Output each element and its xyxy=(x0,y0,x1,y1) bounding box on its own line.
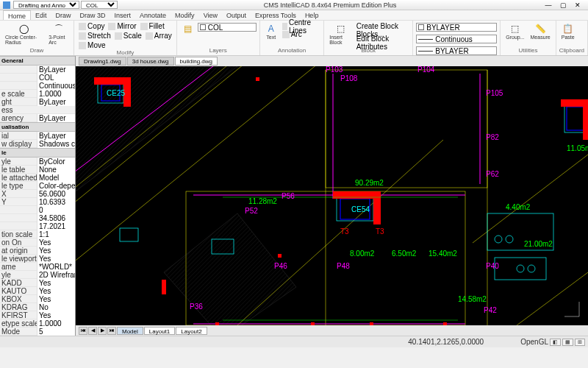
tab-nav-first[interactable]: ⏮ xyxy=(79,327,87,335)
property-row[interactable]: ialByLayer xyxy=(0,132,75,140)
doc-tab[interactable]: building.dwg xyxy=(175,57,218,66)
prop-value[interactable]: 7 xyxy=(37,336,75,336)
tab-nav-last[interactable]: ⏭ xyxy=(107,327,116,335)
tab-draw[interactable]: Draw xyxy=(51,10,76,20)
tab-home[interactable]: Home xyxy=(3,10,31,20)
property-row[interactable]: Y10.6393 xyxy=(0,198,75,206)
status-button[interactable]: ▦ xyxy=(562,339,573,346)
tab-edit[interactable]: Edit xyxy=(31,10,51,20)
prop-value[interactable]: 2D Wireframe xyxy=(37,271,75,279)
circle-button[interactable]: ◯Circle Center-Radius xyxy=(3,22,45,46)
property-row[interactable]: KBOXYes xyxy=(0,295,75,303)
prop-value[interactable]: Color-dependent print xyxy=(37,182,75,190)
lineweight-combo[interactable]: BYLAYER xyxy=(416,46,497,55)
prop-value[interactable]: No xyxy=(37,303,75,311)
tab-nav-next[interactable]: ▶ xyxy=(98,327,107,335)
prop-value[interactable]: ByLayer xyxy=(37,114,75,122)
prop-value[interactable]: 5 xyxy=(37,328,75,336)
tab-draw3d[interactable]: Draw 3D xyxy=(76,10,110,20)
prop-value[interactable]: Yes xyxy=(37,295,75,303)
property-row[interactable]: ByLayer xyxy=(0,66,75,74)
create-block-button[interactable]: Create Block xyxy=(355,22,410,30)
property-row[interactable]: Mode5 xyxy=(0,328,75,336)
property-row[interactable]: arencyByLayer xyxy=(0,114,75,122)
property-row[interactable]: ess xyxy=(0,106,75,114)
prop-value[interactable]: 1.0000 xyxy=(37,90,75,98)
group-button[interactable]: ⬚Group... xyxy=(503,22,526,40)
property-row[interactable]: 17.2021 xyxy=(0,222,75,230)
layers-button[interactable]: ▤ xyxy=(180,22,196,35)
prop-value[interactable]: ByColor xyxy=(37,158,75,166)
doc-tab[interactable]: 3d house.dwg xyxy=(127,57,174,66)
prop-value[interactable]: 1:1 xyxy=(37,230,75,238)
paste-button[interactable]: 📋Paste xyxy=(559,22,577,40)
property-row[interactable]: yle2D Wireframe xyxy=(0,271,75,279)
property-row[interactable]: le typeColor-dependent print xyxy=(0,182,75,190)
property-row[interactable]: e scale1.0000 xyxy=(0,90,75,98)
property-row[interactable]: ame*WORLD* xyxy=(0,263,75,271)
scale-button[interactable]: Scale xyxy=(113,32,143,40)
prop-value[interactable]: ByLayer xyxy=(37,132,75,140)
property-row[interactable]: 0 xyxy=(0,206,75,214)
prop-value[interactable]: Yes xyxy=(37,255,75,263)
close-button[interactable]: ✕ xyxy=(570,1,585,10)
move-button[interactable]: Move xyxy=(77,41,107,49)
doc-tab[interactable]: Drawing1.dwg xyxy=(79,57,126,66)
status-button[interactable]: ⊞ xyxy=(575,339,585,346)
property-row[interactable]: at originYes xyxy=(0,247,75,255)
prop-value[interactable]: *WORLD* xyxy=(37,263,75,271)
drawing-canvas[interactable]: CE25 CE54 T3 T3 P103 P104 P105 P108 P62 … xyxy=(76,66,588,325)
property-row[interactable]: 34.5806 xyxy=(0,214,75,222)
edit-attrs-button[interactable]: Edit Block Attributes xyxy=(355,38,410,46)
property-row[interactable]: le viewportYes xyxy=(0,255,75,263)
center-lines-button[interactable]: Centre Lines xyxy=(281,22,321,30)
prop-value[interactable]: Yes xyxy=(37,238,75,247)
prop-value[interactable]: Model xyxy=(37,174,75,182)
text-button[interactable]: AText xyxy=(263,22,279,40)
prop-value[interactable]: 34.5806 xyxy=(37,214,75,222)
property-row[interactable]: KADDYes xyxy=(0,279,75,287)
array-button[interactable]: Array xyxy=(144,32,173,40)
tab-nav-prev[interactable]: ◀ xyxy=(88,327,97,335)
property-row[interactable]: on OnYes xyxy=(0,238,75,247)
arc-button[interactable]: ⌒3-Point Arc xyxy=(46,22,71,46)
mirror-button[interactable]: Mirror xyxy=(107,22,137,30)
property-row[interactable]: COL xyxy=(0,74,75,82)
prop-value[interactable]: 17.2021 xyxy=(37,222,75,230)
prop-value[interactable]: Yes xyxy=(37,311,75,319)
property-row[interactable]: etype scale1.0000 xyxy=(0,319,75,328)
prop-value[interactable]: 10.6393 xyxy=(37,198,75,206)
property-row[interactable]: le tableNone xyxy=(0,166,75,174)
layout-tab[interactable]: Layout1 xyxy=(144,327,175,335)
prop-value[interactable]: 56.0600 xyxy=(37,190,75,198)
property-row[interactable]: KDRAGNo xyxy=(0,303,75,311)
maximize-button[interactable]: ▢ xyxy=(556,1,570,10)
prop-value[interactable]: 1.0000 xyxy=(37,319,75,328)
prop-value[interactable]: ByLayer xyxy=(37,66,75,74)
stretch-button[interactable]: Stretch xyxy=(77,32,112,40)
tab-insert[interactable]: Insert xyxy=(110,10,136,20)
linetype-combo[interactable]: Continuous xyxy=(416,35,497,43)
tab-output[interactable]: Output xyxy=(222,10,251,20)
property-row[interactable]: Continuous xyxy=(0,82,75,90)
layout-tab[interactable]: Layout2 xyxy=(176,327,207,335)
property-row[interactable]: ghtByLayer xyxy=(0,98,75,106)
insert-block-button[interactable]: ⬚Insert Block xyxy=(327,22,353,46)
fillet-button[interactable]: Fillet xyxy=(139,22,166,30)
property-row[interactable]: KFIRSTYes xyxy=(0,311,75,319)
tab-modify[interactable]: Modify xyxy=(171,10,199,20)
arc-anno-button[interactable]: Arc xyxy=(281,30,321,38)
measure-button[interactable]: 📏Measure xyxy=(528,22,553,40)
prop-value[interactable]: Yes xyxy=(37,247,75,255)
prop-value[interactable]: Yes xyxy=(37,279,75,287)
copy-button[interactable]: Copy xyxy=(77,22,106,30)
property-row[interactable]: w displayShadows cast and rec. xyxy=(0,140,75,148)
prop-value[interactable]: None xyxy=(37,166,75,174)
color-combo[interactable]: BYLAYER xyxy=(416,23,497,32)
prop-value[interactable]: COL xyxy=(37,74,75,82)
tab-view[interactable]: View xyxy=(199,10,222,20)
property-row[interactable]: le attached toModel xyxy=(0,174,75,182)
prop-value[interactable]: Continuous xyxy=(37,82,75,90)
property-row[interactable]: yleByColor xyxy=(0,158,75,166)
layer-state-combo[interactable]: COL xyxy=(198,23,257,32)
